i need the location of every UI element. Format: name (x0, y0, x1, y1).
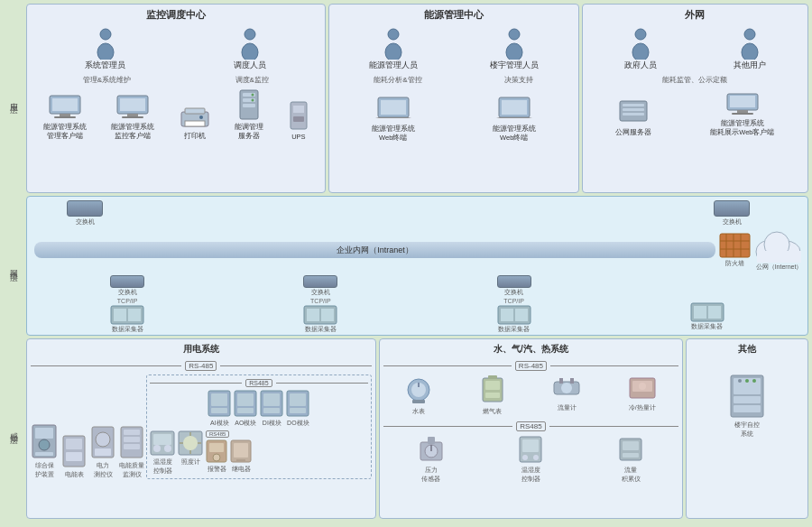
switch-label-tl: 交换机 (76, 217, 95, 227)
middle-section: 网络层 交换机 交换机 企业内网（Intranet） (4, 196, 808, 336)
svg-rect-10 (127, 114, 138, 116)
elec-main-devices: 综合保护装置 电能表 (31, 374, 144, 479)
energy-meter-label: 电能表 (65, 470, 84, 479)
lux-meter-icon (178, 430, 203, 456)
device-flow-meter: 流量计 (552, 374, 581, 416)
switch-icon-tl (67, 200, 103, 217)
svg-point-26 (385, 43, 401, 60)
svg-rect-65 (501, 309, 513, 321)
sub-rs485: RS485 (245, 379, 272, 387)
person-other-user: 其他用户 (734, 27, 766, 71)
device-heat-meter: 冷/热量计 (628, 374, 657, 416)
svg-rect-47 (720, 234, 750, 257)
di-module-icon (260, 390, 283, 417)
protocol-3: TCP/IP (503, 298, 524, 304)
svg-point-144 (752, 379, 756, 383)
monitor-devices: 能源管理系统管理客户端 能源管理系统监控客户端 (31, 88, 321, 141)
device-energy-meter: 电能表 (61, 434, 87, 479)
water-devices-top: 水表 燃气表 (383, 374, 678, 416)
monitor-people: 系统管理员 调度人员 (31, 27, 321, 71)
building-mgr-label: 楼宇管理人员 (490, 60, 539, 71)
line1 (150, 383, 242, 384)
sysadmin-label: 系统管理员 (85, 60, 125, 71)
svg-rect-68 (694, 306, 706, 319)
svg-rect-73 (35, 452, 53, 456)
svg-point-15 (199, 116, 203, 119)
printer-label: 打印机 (184, 132, 206, 141)
svg-rect-46 (732, 113, 753, 115)
alarm-relay-group: RS485 报警器 (206, 430, 252, 476)
svg-point-134 (533, 455, 539, 460)
svg-point-35 (635, 29, 646, 40)
svg-point-37 (744, 29, 755, 40)
device-quality-meter: 电能质量监测仪 (119, 425, 144, 479)
elec-rs485-row: RS-485 (31, 361, 372, 371)
svg-point-133 (522, 455, 528, 460)
svg-rect-13 (185, 108, 205, 114)
cloud-icon (754, 228, 804, 263)
svg-rect-41 (623, 108, 644, 111)
temp-ctrl-label: 温湿度控制器 (153, 458, 172, 476)
relay-icon (230, 439, 252, 463)
elec-content: 综合保护装置 电能表 (31, 374, 372, 479)
main-container: 应用层 监控调度中心 系统管理员 (0, 0, 812, 527)
water-devices-2: 压力传感器 温湿度控制器 (383, 435, 678, 484)
svg-marker-34 (496, 117, 532, 118)
svg-point-99 (164, 445, 171, 452)
top-layer-label: 应用层 (4, 4, 23, 193)
device-bas: 楼宇自控系统 (729, 374, 765, 439)
device-public-server: 公网服务器 (615, 99, 651, 137)
other-panel: 其他 楼宇自控系统 (686, 338, 808, 519)
switch-top-left: 交换机 (67, 200, 103, 227)
collector-icon-2 (303, 305, 337, 325)
person-energy-mgr: 能源管理人员 (369, 27, 418, 71)
bottom-section: 感知层 用电系统 RS-485 (4, 338, 808, 519)
svg-rect-140 (734, 396, 761, 403)
device-gas-meter: 燃气表 (479, 374, 506, 416)
svg-point-142 (738, 379, 742, 383)
energy-title: 能源管理中心 (333, 8, 575, 22)
svg-rect-117 (485, 381, 500, 390)
svg-rect-118 (485, 393, 500, 398)
svg-point-98 (153, 445, 161, 452)
quality-meter-icon (119, 425, 144, 459)
energy-panel: 能源管理中心 能源管理人员 楼宇管理人员 (328, 4, 579, 193)
power-monitor-label: 电力测控仪 (94, 461, 113, 479)
svg-rect-88 (237, 393, 254, 406)
svg-rect-137 (623, 453, 639, 458)
svg-rect-45 (737, 110, 748, 113)
svg-rect-92 (263, 408, 280, 413)
bas-label: 楼宇自控系统 (734, 421, 760, 439)
electricity-title: 用电系统 (31, 343, 372, 356)
energy-web-label: 能源管理系统能耗展示Web客户端 (710, 119, 774, 137)
svg-rect-7 (54, 116, 76, 118)
sub-rs485-row: RS485 (150, 379, 368, 387)
svg-rect-91 (263, 393, 280, 406)
svg-rect-40 (623, 104, 644, 106)
w-line-right (550, 365, 678, 366)
svg-point-36 (632, 43, 649, 60)
water-rs485-row: RS-485 (383, 361, 678, 371)
ao-module-icon (234, 390, 257, 417)
bottom-network-row: 交换机 TCP/IP 数据采集器 交换机 TCP/IP (31, 275, 804, 334)
computer-icon3 (724, 92, 761, 117)
svg-rect-95 (290, 408, 306, 413)
svg-rect-71 (35, 428, 53, 439)
svg-rect-110 (234, 443, 248, 458)
firewall-label: 防火墙 (725, 259, 744, 268)
svg-rect-62 (307, 309, 319, 321)
line-right (220, 365, 371, 366)
do-module-label: DO模块 (287, 419, 309, 428)
power-monitor-icon (90, 425, 115, 459)
svg-rect-119 (488, 375, 497, 379)
water-rs485: RS-485 (515, 361, 547, 371)
svg-point-21 (252, 99, 254, 102)
temp-hum-icon (518, 435, 543, 464)
di-module-label: DI模块 (263, 419, 281, 428)
temp-ctrl-icon (150, 430, 175, 456)
electricity-panel: 用电系统 RS-485 (26, 338, 376, 519)
svg-point-101 (183, 436, 198, 450)
monitor-panel: 监控调度中心 系统管理员 (26, 4, 326, 193)
device-printer: 打印机 (180, 105, 210, 141)
svg-rect-63 (321, 309, 334, 321)
